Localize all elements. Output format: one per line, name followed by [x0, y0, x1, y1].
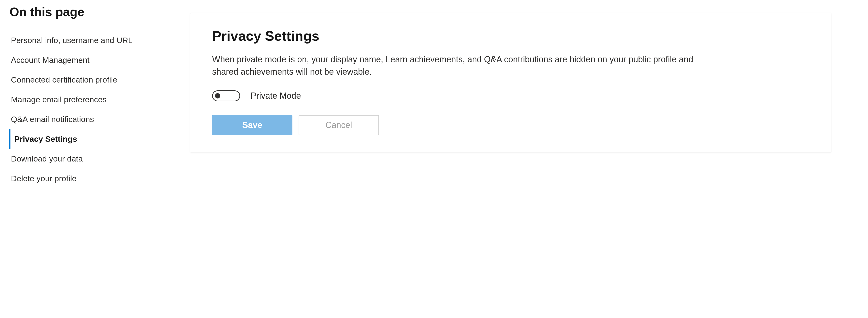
cancel-button[interactable]: Cancel	[299, 115, 379, 135]
page-heading: Privacy Settings	[212, 28, 809, 44]
toggle-knob	[215, 93, 220, 98]
nav-item-connected-certification[interactable]: Connected certification profile	[9, 70, 171, 90]
action-buttons: Save Cancel	[212, 115, 809, 135]
nav-item-privacy-settings[interactable]: Privacy Settings	[9, 129, 171, 149]
nav-item-personal-info[interactable]: Personal info, username and URL	[9, 30, 171, 50]
nav-item-download-data[interactable]: Download your data	[9, 149, 171, 169]
nav-item-delete-profile[interactable]: Delete your profile	[9, 169, 171, 189]
privacy-description: When private mode is on, your display na…	[212, 53, 699, 78]
nav-item-account-management[interactable]: Account Management	[9, 50, 171, 70]
nav-item-qa-email-notifications[interactable]: Q&A email notifications	[9, 109, 171, 129]
sidebar-title: On this page	[9, 5, 171, 19]
private-mode-row: Private Mode	[212, 90, 809, 101]
private-mode-label: Private Mode	[251, 91, 301, 101]
nav-item-email-preferences[interactable]: Manage email preferences	[9, 90, 171, 109]
nav-list: Personal info, username and URL Account …	[9, 30, 171, 189]
sidebar: On this page Personal info, username and…	[9, 5, 171, 189]
private-mode-toggle[interactable]	[212, 90, 240, 101]
settings-card: Privacy Settings When private mode is on…	[190, 13, 831, 152]
save-button[interactable]: Save	[212, 115, 292, 135]
